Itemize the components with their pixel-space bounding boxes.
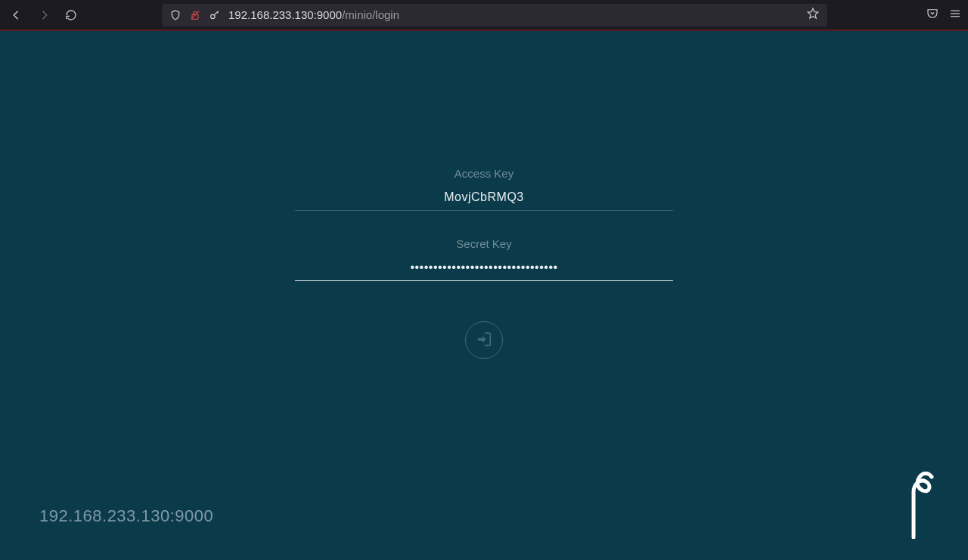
access-key-input[interactable] xyxy=(295,187,673,211)
page-content: Access Key Secret Key 192.168.233.130:90… xyxy=(0,31,968,560)
secret-key-field-group: Secret Key xyxy=(295,237,673,281)
shield-icon xyxy=(169,9,182,21)
pocket-icon[interactable] xyxy=(926,7,939,23)
secret-key-input[interactable] xyxy=(295,258,673,281)
reload-button[interactable] xyxy=(60,5,82,26)
secret-key-label: Secret Key xyxy=(295,237,673,250)
login-form: Access Key Secret Key xyxy=(295,167,673,359)
browser-toolbar: 192.168.233.130:9000/minio/login xyxy=(0,0,968,31)
back-button[interactable] xyxy=(6,5,27,26)
access-key-field-group: Access Key xyxy=(295,167,673,211)
bookmark-star-icon[interactable] xyxy=(806,7,820,23)
address-bar[interactable]: 192.168.233.130:9000/minio/login xyxy=(162,4,827,26)
forward-button[interactable] xyxy=(33,5,54,26)
url-text: 192.168.233.130:9000/minio/login xyxy=(228,8,799,21)
access-key-label: Access Key xyxy=(295,167,673,180)
login-button[interactable] xyxy=(465,321,503,359)
svg-point-2 xyxy=(211,14,215,18)
server-address-text: 192.168.233.130:9000 xyxy=(39,506,213,526)
minio-logo xyxy=(892,471,938,539)
menu-icon[interactable] xyxy=(948,7,962,23)
login-icon xyxy=(476,331,492,350)
key-icon xyxy=(209,9,221,21)
lock-insecure-icon xyxy=(189,9,201,21)
